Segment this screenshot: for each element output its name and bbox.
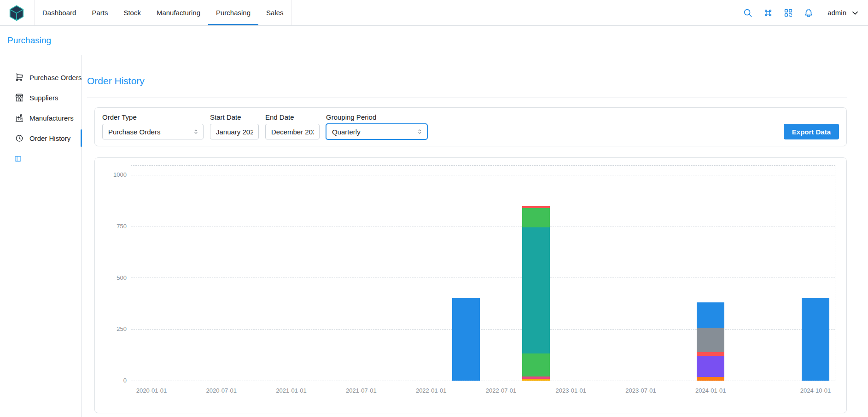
order-history-chart: 025050075010002020-01-012020-07-012021-0…	[94, 157, 847, 413]
bar-segment	[522, 376, 550, 379]
bar-segment	[522, 353, 550, 376]
bar-segment	[522, 206, 550, 208]
main-content: Order History Order Type Purchase Orders…	[82, 55, 868, 417]
bar-segment	[697, 356, 724, 377]
chart-gridline	[131, 278, 835, 278]
breadcrumb-purchasing[interactable]: Purchasing	[7, 35, 51, 46]
chart-gridline	[131, 329, 835, 330]
chart-gridline	[131, 175, 835, 175]
y-axis-tick-label: 250	[105, 325, 127, 332]
command-icon[interactable]	[763, 8, 773, 18]
bar-segment	[522, 227, 550, 353]
user-name: admin	[827, 9, 846, 17]
grouping-period-value: Quarterly	[332, 128, 361, 136]
building-store-icon	[15, 93, 24, 102]
end-date-label: End Date	[265, 113, 320, 121]
x-axis-tick-label: 2022-07-01	[471, 387, 531, 394]
sidebar-item-label: Order History	[29, 134, 70, 142]
bar-segment	[522, 379, 550, 381]
x-axis-tick-label: 2021-01-01	[262, 387, 321, 394]
history-clock-icon	[15, 133, 24, 143]
end-date-field: End Date	[265, 113, 320, 139]
grouping-period-field: Grouping Period Quarterly	[326, 113, 427, 139]
page-header: Purchasing	[0, 26, 868, 55]
tab-purchasing[interactable]: Purchasing	[208, 0, 258, 25]
y-axis-tick-label: 0	[105, 377, 127, 384]
bar-segment	[697, 302, 724, 328]
tab-parts[interactable]: Parts	[84, 0, 116, 25]
bar-segment	[802, 298, 829, 381]
shopping-cart-icon	[15, 73, 24, 82]
notifications-bell-icon[interactable]	[804, 8, 814, 18]
sidebar-item-manufacturers[interactable]: Manufacturers	[0, 108, 81, 128]
sidebar-item-label: Manufacturers	[29, 114, 74, 122]
x-axis-tick-label: 2024-10-01	[786, 387, 845, 394]
start-date-field: Start Date	[210, 113, 259, 139]
tab-sales[interactable]: Sales	[258, 0, 291, 25]
bar-segment	[697, 377, 724, 381]
sidebar-item-order-history[interactable]: Order History	[0, 128, 81, 148]
order-type-field: Order Type Purchase Orders	[102, 113, 204, 139]
grouping-period-select[interactable]: Quarterly	[326, 124, 427, 139]
x-axis-tick-label: 2023-01-01	[541, 387, 601, 394]
y-axis-tick-label: 750	[105, 223, 127, 230]
chevron-down-icon	[851, 8, 860, 17]
chart-gridline	[131, 226, 835, 226]
order-type-select[interactable]: Purchase Orders	[102, 124, 204, 139]
sidebar-item-label: Suppliers	[29, 94, 58, 102]
x-axis-tick-label: 2021-07-01	[331, 387, 391, 394]
chevron-updown-icon	[416, 128, 424, 136]
export-data-button[interactable]: Export Data	[784, 124, 839, 139]
x-axis-tick-label: 2020-07-01	[192, 387, 251, 394]
top-navbar: Dashboard Parts Stock Manufacturing Purc…	[0, 0, 868, 26]
page-title: Order History	[87, 75, 847, 87]
bar-segment	[522, 208, 550, 227]
bar-segment	[697, 352, 724, 356]
end-date-input[interactable]	[265, 124, 320, 139]
y-axis-tick-label: 1000	[105, 171, 127, 178]
chevron-updown-icon	[192, 128, 200, 136]
navbar-actions: admin	[743, 8, 860, 18]
search-icon[interactable]	[743, 8, 753, 18]
tab-stock[interactable]: Stock	[116, 0, 149, 25]
start-date-label: Start Date	[210, 113, 259, 121]
barcode-scan-icon[interactable]	[783, 8, 793, 18]
filter-card: Order Type Purchase Orders Start Date En…	[94, 107, 847, 146]
y-axis-tick-label: 500	[105, 274, 127, 281]
chart-gridline	[131, 381, 835, 381]
start-date-input[interactable]	[210, 124, 259, 139]
chart-plot: 025050075010002020-01-012020-07-012021-0…	[131, 165, 835, 381]
tab-dashboard[interactable]: Dashboard	[35, 0, 84, 25]
order-type-label: Order Type	[102, 113, 204, 121]
factory-icon	[15, 113, 24, 122]
purchasing-sidebar: Purchase Orders Suppliers	[0, 55, 82, 417]
user-menu[interactable]: admin	[827, 8, 860, 17]
tab-manufacturing[interactable]: Manufacturing	[149, 0, 208, 25]
grouping-period-label: Grouping Period	[326, 113, 427, 121]
sidebar-item-label: Purchase Orders	[29, 74, 82, 81]
sidebar-item-suppliers[interactable]: Suppliers	[0, 87, 81, 108]
x-axis-tick-label: 2024-01-01	[681, 387, 740, 394]
sidebar-collapse-icon[interactable]	[14, 155, 22, 163]
sidebar-item-purchase-orders[interactable]: Purchase Orders	[0, 67, 81, 87]
x-axis-tick-label: 2023-07-01	[611, 387, 671, 394]
order-type-value: Purchase Orders	[108, 128, 160, 136]
bar-segment	[452, 298, 480, 381]
title-divider	[87, 98, 847, 98]
x-axis-tick-label: 2022-01-01	[401, 387, 461, 394]
content-layout: Purchase Orders Suppliers	[0, 55, 868, 417]
bar-segment	[697, 328, 724, 352]
app-logo-icon[interactable]	[8, 5, 25, 21]
x-axis-tick-label: 2020-01-01	[122, 387, 181, 394]
main-nav-tabs: Dashboard Parts Stock Manufacturing Purc…	[34, 0, 292, 25]
